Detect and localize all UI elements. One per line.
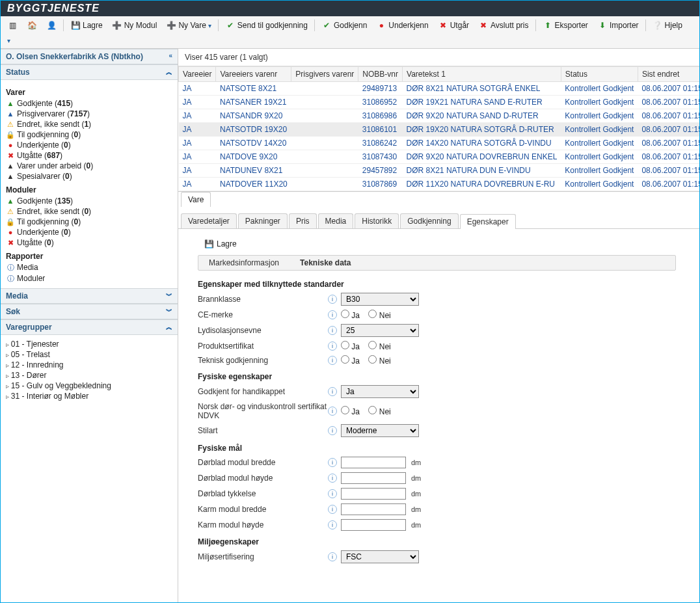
grid-column-header[interactable]: Sist endret: [638, 67, 699, 82]
eksporter-button[interactable]: ⬆Eksporter: [540, 19, 591, 32]
table-row[interactable]: JANATSANER 19X2131086952DØR 19X21 NATURA…: [179, 96, 700, 109]
prodsert-nei-radio[interactable]: Nei: [368, 342, 390, 351]
table-cell[interactable]: JA: [179, 178, 216, 191]
table-cell[interactable]: NATSANER 19X21: [216, 96, 291, 109]
table-cell[interactable]: Kontrollert Godkjent: [561, 123, 638, 137]
detail-tab-pris[interactable]: Pris: [289, 213, 317, 228]
grid-column-header[interactable]: Varetekst 1: [403, 67, 561, 82]
table-cell[interactable]: 31086242: [358, 137, 403, 150]
table-row[interactable]: JANATSOTDV 14X2031086242DØR 14X20 NATURA…: [179, 137, 700, 150]
prodsert-ja-radio[interactable]: Ja: [341, 342, 360, 351]
table-cell[interactable]: NATSOTDV 14X20: [216, 137, 291, 150]
info-icon[interactable]: i: [328, 426, 337, 435]
table-row[interactable]: JANATDOVE 9X2031087430DØR 9X20 NATURA DO…: [179, 150, 700, 164]
table-cell[interactable]: [291, 178, 358, 191]
avslutt-pris-button[interactable]: ✖Avslutt pris: [476, 19, 531, 32]
table-cell[interactable]: Kontrollert Godkjent: [561, 150, 638, 164]
table-cell[interactable]: [291, 123, 358, 137]
media-header[interactable]: Media︾: [1, 288, 178, 304]
table-cell[interactable]: NATDOVER 11X20: [216, 178, 291, 191]
table-cell[interactable]: 31086986: [358, 109, 403, 123]
subtab-markedsinformasjon[interactable]: Markedsinformasjon: [198, 256, 289, 270]
info-icon[interactable]: i: [328, 387, 337, 396]
ny-modul-button[interactable]: ➕Ny Modul: [109, 19, 160, 32]
sidebar-item-varer[interactable]: ✖Utgåtte (687): [6, 150, 172, 161]
info-icon[interactable]: i: [328, 474, 337, 483]
stilart-select[interactable]: Moderne: [341, 424, 419, 437]
tree-node[interactable]: 15 - Gulv og Veggbekledning: [6, 381, 172, 391]
godkjenn-button[interactable]: ✔Godkjenn: [319, 19, 370, 32]
table-cell[interactable]: 08.06.2007 01:15:06: [638, 123, 699, 137]
table-cell[interactable]: NATSOTDR 19X20: [216, 123, 291, 137]
tree-node[interactable]: 01 - Tjenester: [6, 339, 172, 349]
sidebar-item-varer[interactable]: ●Underkjente (0): [6, 140, 172, 150]
table-cell[interactable]: DØR 9X20 NATURA DOVREBRUN ENKEL: [403, 150, 561, 164]
detail-tab-media[interactable]: Media: [318, 213, 354, 228]
tree-node[interactable]: 31 - Interiør og Møbler: [6, 391, 172, 401]
detail-tab-historikk[interactable]: Historikk: [355, 213, 399, 228]
table-cell[interactable]: DØR 11X20 NATURA DOVREBRUN E-RU: [403, 178, 561, 191]
company-header[interactable]: O. Olsen Snekkerfabrikk AS (Nbtkho)«: [1, 49, 178, 64]
table-cell[interactable]: DØR 8X21 NATURA SOTGRÅ ENKEL: [403, 82, 561, 96]
home-button[interactable]: 🏠: [24, 19, 40, 32]
lydisolasjon-select[interactable]: 25: [341, 324, 419, 337]
dorblad-hoyde-input[interactable]: [341, 472, 406, 484]
sidebar-item-moduler[interactable]: ✖Utgåtte (0): [6, 237, 172, 248]
table-cell[interactable]: [291, 82, 358, 96]
table-row[interactable]: JANATSANDR 9X2031086986DØR 9X20 NATURA S…: [179, 109, 700, 123]
sidebar-item-varer[interactable]: ▲Godkjente (415): [6, 98, 172, 109]
table-row[interactable]: JANATSOTE 8X2129489713DØR 8X21 NATURA SO…: [179, 82, 700, 96]
karm-bredde-input[interactable]: [341, 503, 406, 515]
user-button[interactable]: 👤: [44, 19, 59, 32]
info-icon[interactable]: i: [328, 552, 337, 561]
table-cell[interactable]: DØR 19X21 NATURA SAND E-RUTER: [403, 96, 561, 109]
table-cell[interactable]: 29489713: [358, 82, 403, 96]
importer-button[interactable]: ⬇Importer: [595, 19, 641, 32]
table-cell[interactable]: Kontrollert Godkjent: [561, 109, 638, 123]
tekngod-nei-radio[interactable]: Nei: [368, 356, 390, 366]
tree-node[interactable]: 05 - Trelast: [6, 349, 172, 360]
sidebar-item-varer[interactable]: ▲Spesialvarer (0): [6, 171, 172, 181]
table-cell[interactable]: [291, 150, 358, 164]
sidebar-item-rapporter[interactable]: ⓘModuler: [6, 273, 172, 284]
table-cell[interactable]: NATSOTE 8X21: [216, 82, 291, 96]
table-cell[interactable]: 31087430: [358, 150, 403, 164]
table-cell[interactable]: 08.06.2007 01:15:15: [638, 164, 699, 178]
table-cell[interactable]: JA: [179, 137, 216, 150]
table-row[interactable]: JANATSOTDR 19X2031086101DØR 19X20 NATURA…: [179, 123, 700, 137]
detail-tab-godkjenning[interactable]: Godkjenning: [400, 213, 458, 228]
ndvk-ja-radio[interactable]: Ja: [341, 407, 360, 416]
detail-tab-varedetaljer[interactable]: Varedetaljer: [181, 213, 237, 228]
detail-tab-egenskaper[interactable]: Egenskaper: [460, 214, 516, 229]
table-cell[interactable]: 08.06.2007 01:15:07: [638, 96, 699, 109]
table-cell[interactable]: DØR 19X20 NATURA SOTGRÅ D-RUTER: [403, 123, 561, 137]
table-cell[interactable]: 08.06.2007 01:15:09: [638, 150, 699, 164]
table-cell[interactable]: JA: [179, 123, 216, 137]
grid-column-header[interactable]: Prisgivers varenr: [291, 67, 358, 82]
utgar-button[interactable]: ✖Utgår: [435, 19, 472, 32]
grid-column-header[interactable]: NOBB-vnr: [358, 67, 403, 82]
table-cell[interactable]: 31087869: [358, 178, 403, 191]
table-cell[interactable]: Kontrollert Godkjent: [561, 164, 638, 178]
table-cell[interactable]: DØR 9X20 NATURA SAND D-RUTER: [403, 109, 561, 123]
subtab-tekniske-data[interactable]: Tekniske data: [289, 256, 361, 270]
sidebar-item-moduler[interactable]: ⚠Endret, ikke sendt (0): [6, 206, 172, 217]
toolbar-overflow[interactable]: ▾: [5, 36, 13, 46]
panel-toggle-button[interactable]: ▥: [5, 19, 20, 32]
info-icon[interactable]: i: [328, 407, 337, 416]
ce-ja-radio[interactable]: Ja: [341, 311, 360, 320]
table-row[interactable]: JANATDOVER 11X2031087869DØR 11X20 NATURA…: [179, 178, 700, 191]
underkjenn-button[interactable]: ●Underkjenn: [373, 19, 431, 32]
sidebar-item-moduler[interactable]: ●Underkjente (0): [6, 227, 172, 237]
table-cell[interactable]: [291, 137, 358, 150]
info-icon[interactable]: i: [328, 489, 337, 498]
table-cell[interactable]: JA: [179, 150, 216, 164]
info-icon[interactable]: i: [328, 520, 337, 529]
table-cell[interactable]: JA: [179, 82, 216, 96]
table-cell[interactable]: [291, 109, 358, 123]
sidebar-item-varer[interactable]: ▲Prisgivervarer (7157): [6, 109, 172, 119]
grid-column-header[interactable]: Vareeier: [179, 67, 216, 82]
ndvk-nei-radio[interactable]: Nei: [368, 407, 390, 416]
sidebar-item-varer[interactable]: 🔒Til godkjenning (0): [6, 129, 172, 140]
table-row[interactable]: JANATDUNEV 8X2129457892DØR 8X21 NATURA D…: [179, 164, 700, 178]
